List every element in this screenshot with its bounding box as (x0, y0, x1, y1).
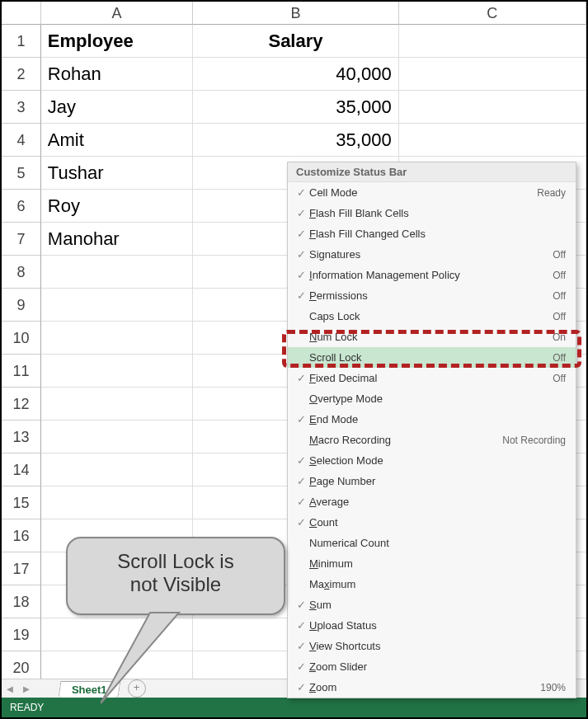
menu-item-label: Sum (309, 599, 566, 611)
cell[interactable] (41, 256, 193, 289)
cell[interactable] (41, 421, 193, 453)
cell[interactable] (399, 25, 586, 58)
menu-item[interactable]: ✓Zoom190% (288, 677, 576, 698)
menu-item[interactable]: Numerical Count (288, 533, 576, 553)
menu-item[interactable]: ✓Fixed DecimalOff (288, 368, 576, 388)
row-header[interactable]: 17 (2, 552, 41, 585)
menu-item[interactable]: ✓Page Number (288, 471, 576, 491)
menu-item-label: End Mode (309, 413, 566, 425)
menu-item[interactable]: ✓PermissionsOff (288, 285, 576, 306)
menu-item[interactable]: ✓Cell ModeReady (288, 182, 576, 203)
menu-item[interactable]: ✓End Mode (288, 409, 576, 430)
menu-item[interactable]: ✓Information Management PolicyOff (288, 265, 576, 285)
table-row: 4Amit35,000 (2, 124, 586, 157)
menu-item[interactable]: Caps LockOff (288, 306, 576, 327)
row-header[interactable]: 6 (2, 190, 41, 223)
cell[interactable] (41, 289, 193, 322)
cell[interactable] (41, 453, 193, 486)
menu-item[interactable]: Minimum (288, 553, 576, 574)
cell[interactable]: Roy (41, 190, 193, 223)
cell[interactable] (41, 388, 193, 421)
table-row: 1EmployeeSalary (2, 25, 586, 58)
cell[interactable]: 35,000 (193, 124, 398, 157)
menu-item[interactable]: ✓Upload Status (288, 615, 576, 636)
col-header-a[interactable]: A (41, 2, 193, 25)
checkmark-icon: ✓ (293, 681, 309, 693)
menu-item[interactable]: Scroll LockOff (288, 347, 576, 368)
cell[interactable] (399, 91, 586, 124)
row-header[interactable]: 18 (2, 585, 41, 618)
row-header[interactable]: 5 (2, 157, 41, 190)
menu-item-label: Caps Lock (309, 310, 553, 322)
select-all-corner[interactable] (2, 2, 41, 25)
row-header[interactable]: 2 (2, 58, 41, 91)
row-header[interactable]: 9 (2, 289, 41, 322)
menu-item[interactable]: Maximum (288, 574, 576, 594)
menu-item[interactable]: ✓Selection Mode (288, 450, 576, 471)
checkmark-icon: ✓ (293, 640, 309, 652)
row-header[interactable]: 3 (2, 91, 41, 124)
menu-title: Customize Status Bar (288, 162, 576, 182)
cell[interactable]: Employee (41, 25, 193, 58)
menu-item[interactable]: ✓Average (288, 491, 576, 512)
menu-item-status: 190% (540, 682, 566, 693)
menu-item-status: Not Recording (502, 435, 566, 446)
menu-item-label: Flash Fill Changed Cells (309, 228, 566, 240)
cell[interactable]: 40,000 (193, 58, 398, 91)
menu-item[interactable]: ✓Flash Fill Changed Cells (288, 223, 576, 244)
cell[interactable] (399, 58, 586, 91)
cell[interactable]: Rohan (41, 58, 193, 91)
cell[interactable]: Tushar (41, 157, 193, 190)
menu-item-label: Minimum (309, 557, 566, 570)
cell[interactable]: Jay (41, 91, 193, 124)
svg-marker-0 (101, 613, 179, 703)
menu-item-label: Page Number (309, 475, 566, 487)
row-header[interactable]: 10 (2, 322, 41, 355)
menu-item[interactable]: Macro RecordingNot Recording (288, 430, 576, 450)
row-header[interactable]: 4 (2, 124, 41, 157)
row-header[interactable]: 7 (2, 223, 41, 256)
row-header[interactable]: 13 (2, 421, 41, 453)
menu-item-label: Macro Recording (309, 434, 502, 446)
tab-nav-next-icon[interactable]: ► (18, 683, 35, 695)
cell[interactable] (41, 322, 193, 355)
checkmark-icon: ✓ (293, 413, 309, 425)
menu-item[interactable]: ✓Sum (288, 594, 576, 615)
row-header[interactable]: 1 (2, 25, 41, 58)
menu-item-label: Upload Status (309, 619, 566, 632)
checkmark-icon: ✓ (293, 269, 309, 281)
col-header-c[interactable]: C (399, 2, 586, 25)
menu-item-label: Zoom Slider (309, 660, 566, 673)
cell[interactable] (41, 486, 193, 519)
menu-item-label: Count (309, 516, 566, 529)
col-header-b[interactable]: B (193, 2, 398, 25)
status-bar[interactable]: READY (2, 698, 586, 717)
checkmark-icon: ✓ (293, 599, 309, 611)
row-header[interactable]: 15 (2, 486, 41, 519)
menu-item[interactable]: ✓Flash Fill Blank Cells (288, 203, 576, 223)
menu-item[interactable]: ✓SignaturesOff (288, 244, 576, 265)
cell[interactable] (41, 355, 193, 388)
cell[interactable] (399, 124, 586, 157)
row-header[interactable]: 14 (2, 453, 41, 486)
checkmark-icon: ✓ (293, 660, 309, 673)
row-header[interactable]: 12 (2, 388, 41, 421)
row-header[interactable]: 11 (2, 355, 41, 388)
cell[interactable]: Amit (41, 124, 193, 157)
menu-item[interactable]: Num LockOn (288, 327, 576, 347)
menu-item-status: Off (553, 290, 566, 302)
cell[interactable]: 35,000 (193, 91, 398, 124)
menu-item-label: Overtype Mode (309, 392, 566, 405)
menu-item[interactable]: Overtype Mode (288, 388, 576, 409)
row-header[interactable]: 19 (2, 618, 41, 651)
cell[interactable]: Manohar (41, 223, 193, 256)
cell[interactable]: Salary (193, 25, 398, 58)
menu-item[interactable]: ✓View Shortcuts (288, 636, 576, 656)
menu-item-label: Flash Fill Blank Cells (309, 207, 566, 219)
menu-item-label: Cell Mode (309, 186, 537, 199)
menu-item[interactable]: ✓Zoom Slider (288, 656, 576, 677)
tab-nav-prev-icon[interactable]: ◄ (2, 683, 18, 695)
row-header[interactable]: 16 (2, 519, 41, 552)
menu-item[interactable]: ✓Count (288, 512, 576, 533)
row-header[interactable]: 8 (2, 256, 41, 289)
